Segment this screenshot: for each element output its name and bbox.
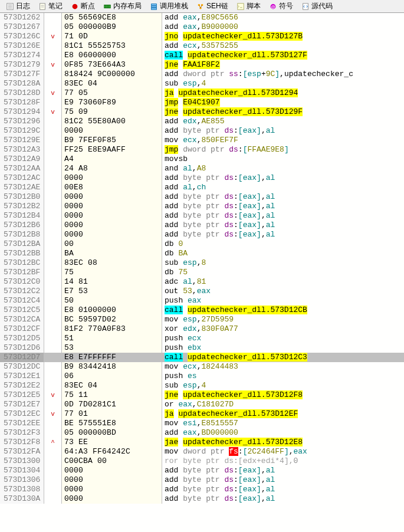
disasm-row[interactable]: 573D13060000add byte ptr ds:[eax],al: [0, 475, 404, 485]
toolbar-btn-mem[interactable]: 内存布局: [100, 1, 145, 12]
disasm-row[interactable]: 573D12B40000add byte ptr ds:[eax],al: [0, 211, 404, 221]
toolbar-label: 符号: [279, 1, 293, 11]
toolbar-btn-bp[interactable]: 断点: [67, 1, 98, 12]
jump-arrow: [44, 485, 62, 494]
jump-arrow: [44, 51, 62, 60]
address-col: 573D128D: [0, 88, 44, 98]
disasm-row[interactable]: 573D126Cv71 0Djno updatechecker_dll.573D…: [0, 32, 404, 41]
jump-arrow: [44, 202, 62, 211]
disasm-row[interactable]: 573D12C2E7 53out 53,eax: [0, 287, 404, 296]
asm-col: jne updatechecker_dll.573D12F8: [162, 390, 404, 400]
disasm-row[interactable]: 573D126205 56569CE8add eax,E89C5656: [0, 13, 404, 22]
asm-col: add byte ptr ds:[eax],al: [162, 221, 404, 230]
disasm-row[interactable]: 573D129EB9 7FEF0F85mov ecx,850FEF7F: [0, 136, 404, 145]
disasm-row[interactable]: 573D13080000add byte ptr ds:[eax],al: [0, 485, 404, 494]
bytes-col: 0000: [62, 192, 162, 202]
jump-arrow: [44, 362, 62, 372]
disasm-row[interactable]: 573D12C5E8 01000000call updatechecker_dl…: [0, 306, 404, 315]
disasm-row[interactable]: 573D12ECv77 01ja updatechecker_dll.573D1…: [0, 409, 404, 419]
asm-col: ror byte ptr ds:[edx+edi*4],0: [162, 457, 404, 466]
asm-col: add byte ptr ds:[eax],al: [162, 192, 404, 202]
disasm-row[interactable]: 573D127F818424 9C000000add dword ptr ss:…: [0, 70, 404, 79]
disasm-row[interactable]: 573D12E70D 7D0281C1or eax,C181027D: [0, 400, 404, 409]
asm-col: add byte ptr ds:[eax],al: [162, 475, 404, 485]
disasm-row[interactable]: 573D12BBBAdb BA: [0, 249, 404, 258]
address-col: 573D12D7: [0, 353, 44, 362]
disasm-row[interactable]: 573D12EEBE 575551E8mov esi,E8515557: [0, 419, 404, 428]
asm-col: mov dword ptr fs:[2C2464FF],eax: [162, 447, 404, 457]
address-col: 573D12F8: [0, 438, 44, 447]
disasm-row[interactable]: 573D12A9A4movsb: [0, 155, 404, 164]
toolbar-btn-sym[interactable]: @符号: [265, 1, 297, 12]
disasm-row[interactable]: 573D12FA64:A3 FF64242Cmov dword ptr fs:[…: [0, 447, 404, 457]
disasm-row[interactable]: 573D129681C2 55E80A00add edx,AE855: [0, 117, 404, 126]
bytes-col: 51: [62, 334, 162, 343]
disasm-row[interactable]: 573D13040000add byte ptr ds:[eax],al: [0, 466, 404, 475]
disasm-row[interactable]: 573D12AE00E8add al,ch: [0, 183, 404, 192]
toolbar-btn-notes[interactable]: 笔记: [35, 1, 66, 12]
disasm-row[interactable]: 573D128FE9 73060F89jmp E04C1907: [0, 98, 404, 107]
toolbar-btn-stack[interactable]: 调用堆栈: [146, 1, 192, 12]
address-col: 573D12BA: [0, 239, 44, 249]
bytes-col: 0000: [62, 230, 162, 239]
bytes-col: 50: [62, 296, 162, 306]
disasm-row[interactable]: 573D12E283EC 04sub esp,4: [0, 381, 404, 390]
jump-arrow: v: [44, 88, 62, 98]
disasm-row[interactable]: 573D12B00000add byte ptr ds:[eax],al: [0, 192, 404, 202]
disasm-row[interactable]: 573D12C014 81adc al,81: [0, 277, 404, 287]
disasm-row[interactable]: 573D12D551push ecx: [0, 334, 404, 343]
asm-col: sub esp,4: [162, 79, 404, 88]
disasm-row[interactable]: 573D126E81C1 55525753add ecx,53575255: [0, 41, 404, 51]
disasm-row[interactable]: 573D12F305 000000BDadd eax,BD000000: [0, 428, 404, 438]
asm-col: jmp E04C1907: [162, 98, 404, 107]
disasm-row[interactable]: 573D12E106push es: [0, 372, 404, 381]
disasm-row[interactable]: 573D1294v75 09jne updatechecker_dll.573D…: [0, 107, 404, 117]
disasm-row[interactable]: 573D128A83EC 04sub esp,4: [0, 79, 404, 88]
toolbar-btn-seh[interactable]: SEH链: [193, 1, 232, 12]
asm-col: ja updatechecker_dll.573D1294: [162, 88, 404, 98]
address-col: 573D12BC: [0, 258, 44, 268]
disasm-row[interactable]: 573D12BA00db 0: [0, 239, 404, 249]
jump-arrow: [44, 183, 62, 192]
disasm-row[interactable]: 573D12B80000add byte ptr ds:[eax],al: [0, 230, 404, 239]
disasm-row[interactable]: 573D128Dv77 05ja updatechecker_dll.573D1…: [0, 88, 404, 98]
disassembly-view[interactable]: 573D126205 56569CE8add eax,E89C5656573D1…: [0, 13, 404, 504]
disasm-row[interactable]: 573D1279v0F85 73E664A3jne FAA1F8F2: [0, 60, 404, 70]
toolbar-btn-script[interactable]: 脚本: [233, 1, 264, 12]
asm-col: mov esi,E8515557: [162, 419, 404, 428]
jump-arrow: [44, 381, 62, 390]
disasm-row[interactable]: 573D12BC83EC 08sub esp,8: [0, 258, 404, 268]
disasm-row[interactable]: 573D12AC0000add byte ptr ds:[eax],al: [0, 173, 404, 183]
disasm-row[interactable]: 573D12DCB9 83442418mov ecx,18244483: [0, 362, 404, 372]
disasm-row[interactable]: 573D12A3FF25 E8E9AAFFjmp dword ptr ds:[F…: [0, 145, 404, 155]
address-col: 573D12DC: [0, 362, 44, 372]
bytes-col: 0000: [62, 221, 162, 230]
disasm-row[interactable]: 573D12AA24 A8and al,A8: [0, 164, 404, 173]
disasm-row[interactable]: 573D12B20000add byte ptr ds:[eax],al: [0, 202, 404, 211]
jump-arrow: [44, 126, 62, 136]
disasm-row[interactable]: 573D12BF75db 75: [0, 268, 404, 277]
disasm-row[interactable]: 573D12CABC 59597D02mov esp,27D5959: [0, 315, 404, 324]
disasm-row[interactable]: 573D12CF81F2 770A0F83xor edx,830F0A77: [0, 324, 404, 334]
disasm-row[interactable]: 573D12E5v75 11jne updatechecker_dll.573D…: [0, 390, 404, 400]
toolbar-label: 内存布局: [113, 1, 142, 11]
disasm-row[interactable]: 573D129C0000add byte ptr ds:[eax],al: [0, 126, 404, 136]
address-col: 573D128F: [0, 98, 44, 107]
disasm-row[interactable]: 573D12B60000add byte ptr ds:[eax],al: [0, 221, 404, 230]
toolbar-btn-src[interactable]: 源代码: [298, 1, 336, 12]
address-col: 573D126C: [0, 32, 44, 41]
disasm-row[interactable]: 573D12C450push eax: [0, 296, 404, 306]
address-col: 573D12A3: [0, 145, 44, 155]
bytes-col: 81C1 55525753: [62, 41, 162, 51]
disasm-row[interactable]: 573D1274E8 06000000call updatechecker_dl…: [0, 51, 404, 60]
disasm-row[interactable]: 573D12D7E8 E7FFFFFFcall updatechecker_dl…: [0, 353, 404, 362]
disasm-row[interactable]: 573D1300C00CBA 00ror byte ptr ds:[edx+ed…: [0, 457, 404, 466]
asm-col: call updatechecker_dll.573D12C3: [162, 353, 404, 362]
address-col: 573D12E2: [0, 381, 44, 390]
disasm-row[interactable]: 573D12D653push ebx: [0, 343, 404, 353]
disasm-row[interactable]: 573D126705 000000B9add eax,B9000000: [0, 22, 404, 32]
toolbar-btn-log[interactable]: 日志: [2, 1, 34, 12]
disasm-row[interactable]: 573D130A0000add byte ptr ds:[eax],al: [0, 494, 404, 504]
disasm-row[interactable]: 573D12F8^73 EEjae updatechecker_dll.573D…: [0, 438, 404, 447]
jump-arrow: [44, 447, 62, 457]
